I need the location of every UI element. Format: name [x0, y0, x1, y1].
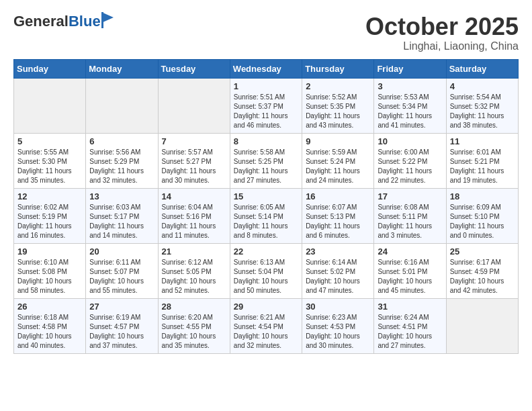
cell-sun-info: Sunrise: 6:13 AM Sunset: 5:04 PM Dayligh…	[234, 258, 298, 295]
cell-sun-info: Sunrise: 5:58 AM Sunset: 5:25 PM Dayligh…	[234, 148, 298, 185]
calendar-cell: 11Sunrise: 6:01 AM Sunset: 5:21 PM Dayli…	[446, 133, 518, 188]
cell-sun-info: Sunrise: 6:11 AM Sunset: 5:07 PM Dayligh…	[89, 258, 154, 295]
day-number: 27	[89, 302, 154, 312]
title-block: October 2025 Linghai, Liaoning, China	[365, 13, 519, 52]
day-number: 9	[306, 136, 370, 146]
calendar-cell: 9Sunrise: 5:59 AM Sunset: 5:24 PM Daylig…	[302, 133, 374, 188]
cell-sun-info: Sunrise: 6:23 AM Sunset: 4:53 PM Dayligh…	[306, 313, 370, 351]
calendar-cell: 27Sunrise: 6:19 AM Sunset: 4:57 PM Dayli…	[86, 298, 158, 353]
day-number: 5	[17, 136, 82, 146]
day-number: 28	[162, 302, 226, 312]
calendar-cell: 18Sunrise: 6:09 AM Sunset: 5:10 PM Dayli…	[446, 188, 518, 243]
cell-sun-info: Sunrise: 6:00 AM Sunset: 5:22 PM Dayligh…	[378, 148, 442, 185]
cell-sun-info: Sunrise: 6:17 AM Sunset: 4:59 PM Dayligh…	[450, 258, 515, 295]
day-number: 13	[89, 191, 154, 201]
calendar-cell: 6Sunrise: 5:56 AM Sunset: 5:29 PM Daylig…	[86, 133, 158, 188]
day-number: 31	[378, 302, 442, 312]
location-text: Linghai, Liaoning, China	[365, 40, 519, 52]
day-number: 10	[378, 136, 442, 146]
cell-sun-info: Sunrise: 6:19 AM Sunset: 4:57 PM Dayligh…	[89, 313, 154, 351]
calendar-cell: 15Sunrise: 6:05 AM Sunset: 5:14 PM Dayli…	[230, 188, 302, 243]
day-number: 22	[234, 246, 298, 257]
cell-sun-info: Sunrise: 5:59 AM Sunset: 5:24 PM Dayligh…	[306, 148, 370, 185]
day-number: 16	[306, 191, 370, 201]
calendar-cell: 31Sunrise: 6:24 AM Sunset: 4:51 PM Dayli…	[374, 298, 446, 353]
day-number: 23	[306, 246, 370, 257]
cell-sun-info: Sunrise: 5:53 AM Sunset: 5:34 PM Dayligh…	[378, 93, 442, 130]
calendar-cell: 25Sunrise: 6:17 AM Sunset: 4:59 PM Dayli…	[446, 243, 518, 298]
cell-sun-info: Sunrise: 6:20 AM Sunset: 4:55 PM Dayligh…	[162, 313, 226, 351]
day-number: 2	[306, 81, 370, 91]
calendar-cell: 5Sunrise: 5:55 AM Sunset: 5:30 PM Daylig…	[14, 133, 86, 188]
day-header-monday: Monday	[86, 59, 158, 78]
calendar-cell: 22Sunrise: 6:13 AM Sunset: 5:04 PM Dayli…	[230, 243, 302, 298]
cell-sun-info: Sunrise: 5:51 AM Sunset: 5:37 PM Dayligh…	[234, 93, 298, 130]
calendar-cell: 24Sunrise: 6:16 AM Sunset: 5:01 PM Dayli…	[374, 243, 446, 298]
calendar-cell	[446, 298, 518, 353]
cell-sun-info: Sunrise: 6:05 AM Sunset: 5:14 PM Dayligh…	[234, 203, 298, 240]
calendar-week-row: 26Sunrise: 6:18 AM Sunset: 4:58 PM Dayli…	[14, 298, 519, 353]
cell-sun-info: Sunrise: 6:02 AM Sunset: 5:19 PM Dayligh…	[17, 203, 82, 240]
calendar-cell: 29Sunrise: 6:21 AM Sunset: 4:54 PM Dayli…	[230, 298, 302, 353]
day-number: 11	[450, 136, 515, 146]
cell-sun-info: Sunrise: 6:09 AM Sunset: 5:10 PM Dayligh…	[450, 203, 515, 240]
cell-sun-info: Sunrise: 6:01 AM Sunset: 5:21 PM Dayligh…	[450, 148, 515, 185]
day-number: 7	[162, 136, 226, 146]
calendar-cell: 21Sunrise: 6:12 AM Sunset: 5:05 PM Dayli…	[158, 243, 230, 298]
cell-sun-info: Sunrise: 5:54 AM Sunset: 5:32 PM Dayligh…	[450, 93, 515, 130]
calendar-cell: 10Sunrise: 6:00 AM Sunset: 5:22 PM Dayli…	[374, 133, 446, 188]
cell-sun-info: Sunrise: 6:21 AM Sunset: 4:54 PM Dayligh…	[234, 313, 298, 351]
calendar-cell: 28Sunrise: 6:20 AM Sunset: 4:55 PM Dayli…	[158, 298, 230, 353]
cell-sun-info: Sunrise: 6:24 AM Sunset: 4:51 PM Dayligh…	[378, 313, 442, 351]
calendar-week-row: 1Sunrise: 5:51 AM Sunset: 5:37 PM Daylig…	[14, 78, 519, 133]
calendar-cell: 7Sunrise: 5:57 AM Sunset: 5:27 PM Daylig…	[158, 133, 230, 188]
cell-sun-info: Sunrise: 6:08 AM Sunset: 5:11 PM Dayligh…	[378, 203, 442, 240]
calendar-cell: 12Sunrise: 6:02 AM Sunset: 5:19 PM Dayli…	[14, 188, 86, 243]
day-number: 15	[234, 191, 298, 201]
calendar-cell: 8Sunrise: 5:58 AM Sunset: 5:25 PM Daylig…	[230, 133, 302, 188]
day-header-row: SundayMondayTuesdayWednesdayThursdayFrid…	[14, 59, 519, 78]
day-number: 25	[450, 246, 515, 257]
day-number: 30	[306, 302, 370, 312]
day-header-saturday: Saturday	[446, 59, 518, 78]
calendar-cell: 14Sunrise: 6:04 AM Sunset: 5:16 PM Dayli…	[158, 188, 230, 243]
calendar-week-row: 19Sunrise: 6:10 AM Sunset: 5:08 PM Dayli…	[14, 243, 519, 298]
day-number: 6	[89, 136, 154, 146]
calendar-cell: 3Sunrise: 5:53 AM Sunset: 5:34 PM Daylig…	[374, 78, 446, 133]
day-number: 21	[162, 246, 226, 257]
calendar-cell: 16Sunrise: 6:07 AM Sunset: 5:13 PM Dayli…	[302, 188, 374, 243]
day-number: 20	[89, 246, 154, 257]
calendar-cell: 20Sunrise: 6:11 AM Sunset: 5:07 PM Dayli…	[86, 243, 158, 298]
calendar-cell	[86, 78, 158, 133]
calendar-cell: 4Sunrise: 5:54 AM Sunset: 5:32 PM Daylig…	[446, 78, 518, 133]
svg-rect-1	[101, 12, 103, 28]
cell-sun-info: Sunrise: 6:14 AM Sunset: 5:02 PM Dayligh…	[306, 258, 370, 295]
calendar-cell: 30Sunrise: 6:23 AM Sunset: 4:53 PM Dayli…	[302, 298, 374, 353]
cell-sun-info: Sunrise: 6:18 AM Sunset: 4:58 PM Dayligh…	[17, 313, 82, 351]
day-number: 18	[450, 191, 515, 201]
logo-flag-icon	[101, 12, 114, 28]
cell-sun-info: Sunrise: 5:56 AM Sunset: 5:29 PM Dayligh…	[89, 148, 154, 185]
day-header-friday: Friday	[374, 59, 446, 78]
calendar-cell: 2Sunrise: 5:52 AM Sunset: 5:35 PM Daylig…	[302, 78, 374, 133]
day-number: 19	[17, 246, 82, 257]
logo: GeneralBlue	[13, 13, 114, 30]
day-number: 29	[234, 302, 298, 312]
day-header-tuesday: Tuesday	[158, 59, 230, 78]
calendar-week-row: 12Sunrise: 6:02 AM Sunset: 5:19 PM Dayli…	[14, 188, 519, 243]
day-number: 3	[378, 81, 442, 91]
calendar-cell: 26Sunrise: 6:18 AM Sunset: 4:58 PM Dayli…	[14, 298, 86, 353]
calendar-week-row: 5Sunrise: 5:55 AM Sunset: 5:30 PM Daylig…	[14, 133, 519, 188]
calendar-cell: 1Sunrise: 5:51 AM Sunset: 5:37 PM Daylig…	[230, 78, 302, 133]
cell-sun-info: Sunrise: 6:12 AM Sunset: 5:05 PM Dayligh…	[162, 258, 226, 295]
day-number: 14	[162, 191, 226, 201]
day-number: 17	[378, 191, 442, 201]
cell-sun-info: Sunrise: 6:16 AM Sunset: 5:01 PM Dayligh…	[378, 258, 442, 295]
day-number: 24	[378, 246, 442, 257]
day-header-wednesday: Wednesday	[230, 59, 302, 78]
calendar-cell: 17Sunrise: 6:08 AM Sunset: 5:11 PM Dayli…	[374, 188, 446, 243]
calendar-cell: 13Sunrise: 6:03 AM Sunset: 5:17 PM Dayli…	[86, 188, 158, 243]
cell-sun-info: Sunrise: 6:07 AM Sunset: 5:13 PM Dayligh…	[306, 203, 370, 240]
calendar-cell	[14, 78, 86, 133]
cell-sun-info: Sunrise: 6:04 AM Sunset: 5:16 PM Dayligh…	[162, 203, 226, 240]
